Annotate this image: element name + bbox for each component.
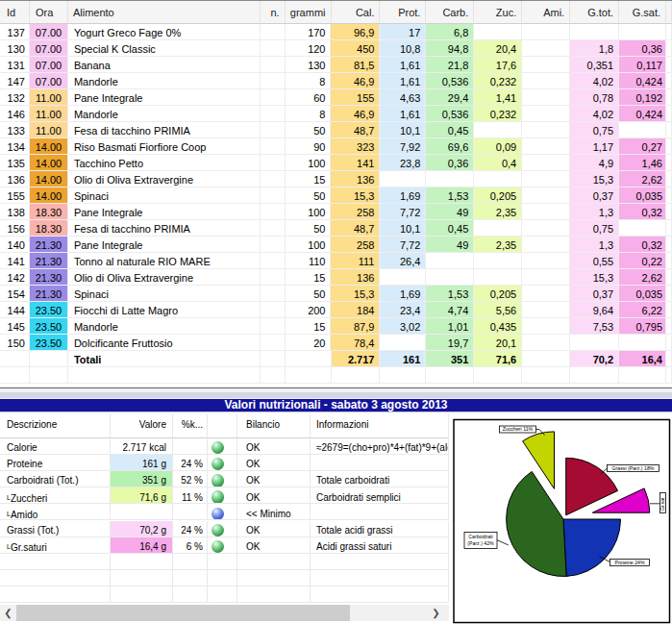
svg-text:Zuccheri 11%: Zuccheri 11% <box>503 426 534 432</box>
svg-text:(Parz.) 42%: (Parz.) 42% <box>467 540 494 546</box>
svg-text:Grassi (Parz.) 18%: Grassi (Parz.) 18% <box>612 465 655 471</box>
svg-text:Gr.sat: Gr.sat <box>660 497 665 511</box>
svg-text:Carboidrati: Carboidrati <box>468 534 492 539</box>
svg-text:Proteine 24%: Proteine 24% <box>614 560 645 565</box>
